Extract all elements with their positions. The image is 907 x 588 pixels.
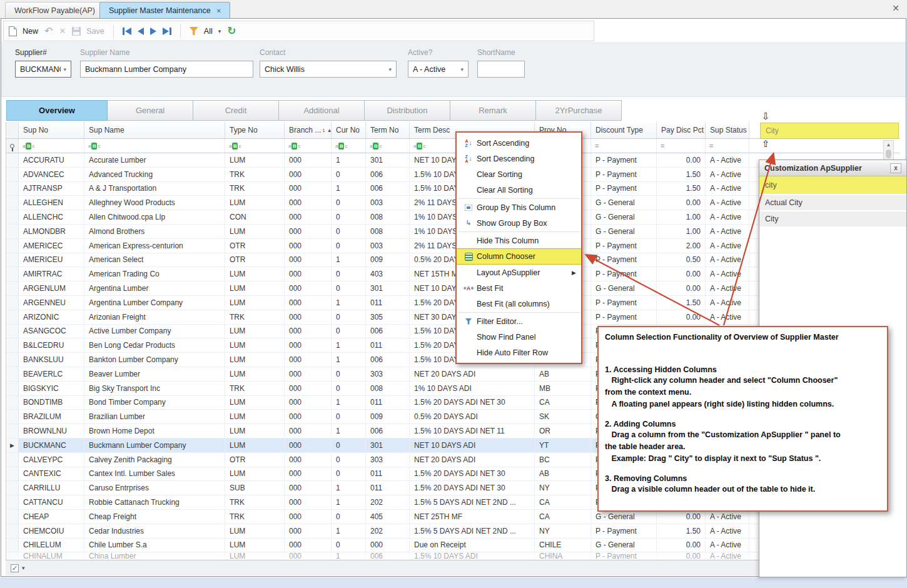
supplier-no-combo[interactable]: BUCKMANC ▾ bbox=[15, 61, 71, 78]
scroll-thumb bbox=[886, 150, 891, 158]
menu-item-clear-sorting[interactable]: Clear Sorting bbox=[457, 166, 581, 182]
tab-workflow-payable[interactable]: WorkFlow Payable(AP) bbox=[5, 2, 104, 18]
menu-item-layout-apsupplier[interactable]: Layout ApSupplier▶ bbox=[457, 265, 581, 280]
window-close-icon[interactable]: ✕ bbox=[892, 3, 899, 13]
customization-panel-titlebar[interactable]: Customization ApSupplier x bbox=[759, 160, 906, 176]
tab-2yrpurchase[interactable]: 2YrPurchase bbox=[536, 100, 622, 121]
vertical-scrollbar[interactable]: ▲ bbox=[883, 140, 894, 161]
supplier-name-input[interactable]: Buckmann Lumber Company bbox=[80, 61, 253, 78]
next-record-button[interactable] bbox=[150, 28, 156, 35]
tab-close-icon[interactable]: × bbox=[217, 7, 221, 14]
filter-cell-discount-type[interactable]: = bbox=[591, 139, 657, 153]
tab-general[interactable]: General bbox=[108, 100, 193, 121]
panel-item-city-dragged[interactable]: city bbox=[759, 176, 906, 195]
cell-term-no: 003 bbox=[366, 196, 410, 210]
cell-branch-: 000 bbox=[285, 481, 332, 495]
filter-cell-branch-[interactable]: aBc bbox=[285, 139, 332, 153]
tab-distribution[interactable]: Distribution bbox=[365, 100, 450, 121]
column-context-menu: AZ↓Sort AscendingZA↓Sort DescendingClear… bbox=[455, 131, 582, 364]
cell-discount-type: P - Payment bbox=[591, 524, 657, 538]
tab-additional[interactable]: Additional bbox=[279, 100, 365, 121]
filter-cell-cur-no[interactable]: aBc bbox=[332, 139, 366, 153]
best-fit-icon: +A+ bbox=[460, 285, 477, 291]
menu-item-group-by-this-column[interactable]: Group By This Column bbox=[457, 200, 581, 215]
cell-type-no: TRK bbox=[225, 382, 285, 395]
column-header-pay-disc-pct[interactable]: Pay Disc Pct bbox=[657, 122, 706, 138]
cell-branch-: 000 bbox=[285, 310, 332, 324]
column-header-term-no[interactable]: Term No bbox=[366, 122, 410, 138]
column-header-sup-status[interactable]: Sup Status bbox=[706, 122, 749, 138]
cell-term-no: 006 bbox=[366, 168, 410, 181]
cell-sup-name: Active Lumber Company bbox=[84, 325, 225, 338]
tab-remark[interactable]: Remark bbox=[450, 100, 536, 121]
menu-item-sort-descending[interactable]: ZA↓Sort Descending bbox=[457, 151, 581, 166]
checkbox-icon[interactable]: ✓ bbox=[11, 564, 19, 572]
column-header-type-no[interactable]: Type No bbox=[225, 122, 285, 138]
menu-item-hide-auto-filter-row[interactable]: Hide Auto Filter Row bbox=[457, 345, 581, 360]
column-header-sup-name[interactable]: Sup Name bbox=[84, 122, 225, 138]
tab-overview[interactable]: Overview bbox=[6, 100, 108, 121]
panel-item-city[interactable]: City bbox=[759, 211, 906, 228]
cell-cur-no: 1 bbox=[332, 353, 366, 367]
cell-branch-: 000 bbox=[285, 253, 332, 267]
new-button[interactable]: New bbox=[9, 26, 38, 36]
last-record-button[interactable] bbox=[163, 28, 171, 35]
menu-item-column-chooser[interactable]: Column Chooser bbox=[457, 248, 581, 265]
filter-cell-sup-name[interactable]: aBc bbox=[84, 139, 225, 153]
cell-sup-no: ACCURATU bbox=[19, 153, 84, 167]
tab-supplier-master-maintenance[interactable]: Supplier Master Maintenance × bbox=[99, 2, 230, 18]
previous-record-button[interactable] bbox=[138, 28, 144, 35]
panel-item-actual-city[interactable]: Actual City bbox=[759, 195, 906, 211]
first-record-button[interactable] bbox=[123, 28, 131, 35]
group-by-icon bbox=[460, 205, 477, 211]
equals-filter-icon: = bbox=[709, 142, 713, 150]
refresh-icon[interactable]: ↻ bbox=[227, 26, 236, 36]
column-header-discount-type[interactable]: Discount Type bbox=[591, 122, 657, 138]
cell-sup-name: American Select bbox=[84, 253, 225, 267]
cell-branch-: 000 bbox=[285, 338, 332, 352]
close-icon[interactable]: x bbox=[890, 163, 901, 173]
cell-type-no: LUM bbox=[225, 267, 285, 281]
filter-cell-type-no[interactable]: aBc bbox=[225, 139, 285, 153]
menu-item-show-group-by-box[interactable]: ↳Show Group By Box bbox=[457, 215, 581, 231]
filter-cell-sup-status[interactable]: = bbox=[706, 139, 749, 153]
contact-combo[interactable]: Chick Willis ▾ bbox=[260, 61, 397, 78]
cell-term-desc: 1.5% 20 DAYS ADI NET 30 bbox=[410, 396, 535, 410]
city-column-header-ghost[interactable]: City bbox=[760, 123, 899, 139]
customization-panel-title: Customization ApSupplier bbox=[764, 164, 862, 173]
annotation-line: Drag a column from the "Customization Ap… bbox=[605, 429, 881, 441]
menu-item-sort-ascending[interactable]: AZ↓Sort Ascending bbox=[457, 135, 581, 151]
column-header-cur-no[interactable]: Cur No bbox=[332, 122, 366, 138]
tab-credit[interactable]: Credit bbox=[193, 100, 279, 121]
equals-filter-icon: = bbox=[595, 142, 599, 150]
menu-item-filter-editor-[interactable]: Filter Editor... bbox=[457, 313, 581, 329]
chevron-down-icon[interactable]: ▾ bbox=[22, 565, 25, 571]
undo-icon[interactable]: ↶ bbox=[44, 27, 53, 36]
cell-sup-no: ASANGCOC bbox=[19, 325, 84, 338]
menu-item-best-fit-all-columns-[interactable]: Best Fit (all columns) bbox=[457, 296, 581, 312]
filter-cell-pay-disc-pct[interactable]: = bbox=[657, 139, 706, 153]
filter-cell-term-no[interactable]: aBc bbox=[366, 139, 410, 153]
menu-item-best-fit[interactable]: +A+Best Fit bbox=[457, 280, 581, 296]
filter-dropdown[interactable]: All ▾ bbox=[190, 27, 221, 36]
cell-type-no: TRK bbox=[225, 168, 285, 181]
cell-pay-disc-pct: 0.50 bbox=[657, 253, 706, 267]
cell-term-no: 301 bbox=[366, 153, 410, 167]
column-header-sup-no[interactable]: Sup No bbox=[19, 122, 84, 138]
cell-type-no: TRK bbox=[225, 182, 285, 196]
menu-item-clear-all-sorting[interactable]: Clear All Sorting bbox=[457, 182, 581, 198]
scroll-up-icon: ▲ bbox=[886, 142, 891, 148]
column-header-branch-[interactable]: Branch ...1▲ bbox=[285, 122, 332, 138]
save-button[interactable]: Save bbox=[72, 27, 104, 36]
filter-cell-sup-no[interactable]: aBc bbox=[19, 139, 84, 153]
cell-sup-status: A - Active bbox=[706, 267, 749, 281]
cancel-icon[interactable]: ✕ bbox=[59, 26, 66, 36]
menu-item-hide-this-column[interactable]: Hide This Column bbox=[457, 233, 581, 248]
cell-pay-disc-pct: 0.00 bbox=[657, 539, 706, 552]
menu-item-show-find-panel[interactable]: Show Find Panel bbox=[457, 329, 581, 345]
cell-discount-type: G - General bbox=[591, 210, 657, 224]
active-combo[interactable]: A - Active ▾ bbox=[408, 61, 469, 78]
cell-type-no: LUM bbox=[225, 281, 285, 295]
supplier-name-value: Buckmann Lumber Company bbox=[85, 65, 186, 74]
shortname-input[interactable] bbox=[477, 61, 525, 78]
